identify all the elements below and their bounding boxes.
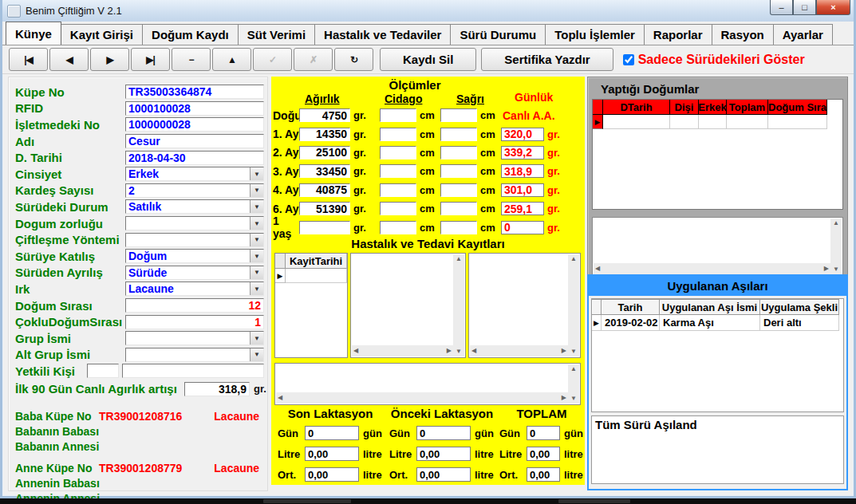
vaccine-name-cell[interactable]: Karma Aşı (660, 315, 760, 331)
column-header[interactable]: Toplam (727, 100, 768, 115)
litres-input[interactable] (416, 447, 471, 461)
chevron-down-icon[interactable]: ▼ (250, 282, 263, 295)
delete-record-button[interactable]: Kaydı Sil (380, 48, 476, 71)
births-memo[interactable]: ▲ ▼ ◀ ▶ (592, 217, 843, 276)
scroll-right-icon[interactable]: ▶ (560, 346, 568, 356)
rfid-input[interactable] (125, 101, 264, 116)
horizontal-scrollbar[interactable]: ◀ ▶ (470, 345, 568, 356)
daily-gain-input[interactable] (501, 146, 544, 159)
weight-input[interactable] (299, 108, 350, 122)
vaccine-method-cell[interactable]: Deri altı (760, 315, 839, 331)
weight-input[interactable] (299, 164, 350, 178)
horizontal-scrollbar[interactable]: ◀ ▶ (352, 345, 453, 356)
vertical-scrollbar[interactable]: ▲ ▼ (830, 219, 842, 274)
rump-input[interactable] (440, 164, 477, 178)
tab-suru-durumu[interactable]: Sürü Durumu (450, 24, 546, 45)
vaccination-grid[interactable]: Tarih Uygulanan Aşı İsmi Uygulama Şekli … (591, 298, 844, 412)
scroll-right-icon[interactable]: ▶ (445, 346, 453, 356)
rump-input[interactable] (440, 183, 477, 197)
scroll-right-icon[interactable]: ▶ (822, 264, 830, 274)
kardes-sayisi-select[interactable]: 2 ▼ (125, 183, 264, 198)
date-column-header[interactable]: KayitTarihi (286, 254, 347, 269)
scroll-up-icon[interactable]: ▲ (569, 254, 578, 264)
cidago-input[interactable] (380, 128, 416, 141)
scroll-left-icon[interactable]: ◀ (470, 346, 478, 356)
vertical-scrollbar[interactable]: ▲ ▼ (453, 254, 464, 356)
dogum-tarihi-input[interactable] (125, 151, 264, 165)
daily-gain-input[interactable] (501, 128, 544, 141)
dogum-sirasi-input[interactable] (125, 298, 264, 313)
litres-input[interactable] (527, 447, 560, 461)
coklu-dogum-sirasi-input[interactable] (125, 315, 264, 329)
scroll-up-icon[interactable]: ▲ (454, 254, 464, 264)
rump-input[interactable] (440, 128, 477, 141)
column-header[interactable]: Erkek (699, 100, 727, 115)
tab-toplu-islemler[interactable]: Toplu İşlemler (545, 24, 645, 45)
rump-input[interactable] (440, 108, 477, 122)
scroll-down-icon[interactable]: ▼ (569, 347, 578, 356)
horizontal-scrollbar[interactable]: ◀ ▶ (276, 392, 568, 404)
scroll-left-icon[interactable]: ◀ (594, 264, 602, 274)
births-grid[interactable]: DTarih Dişi Erkek Toplam Doğum Sıra ▶ (592, 99, 843, 210)
nav-cancel-button[interactable]: ✗ (294, 48, 333, 71)
chevron-down-icon[interactable]: ▼ (250, 250, 263, 262)
tab-hastalik-tedaviler[interactable]: Hastalık ve Tedaviler (314, 24, 451, 45)
close-button[interactable]: × (816, 0, 850, 15)
chevron-down-icon[interactable]: ▼ (250, 167, 263, 180)
yetkili-kisi-code-input[interactable] (87, 364, 119, 378)
days-input[interactable] (527, 426, 560, 440)
alt-grup-ismi-select[interactable]: ▼ (125, 348, 264, 362)
chevron-down-icon[interactable]: ▼ (250, 348, 263, 361)
grid-row[interactable]: ▶ (275, 269, 347, 283)
adi-input[interactable] (125, 134, 264, 148)
litres-input[interactable] (305, 447, 359, 461)
nav-refresh-button[interactable]: ↻ (334, 48, 373, 71)
daily-gain-input[interactable] (501, 183, 544, 197)
ilk90-gun-artis-input[interactable] (184, 382, 250, 396)
column-header[interactable]: DTarih (603, 100, 670, 115)
column-header[interactable]: Uygulama Şekli (760, 299, 839, 315)
cell[interactable] (670, 115, 699, 129)
chevron-down-icon[interactable]: ▼ (250, 217, 263, 230)
scroll-down-icon[interactable]: ▼ (831, 265, 841, 274)
disease-memo[interactable]: ▲ ▼ ◀ ▶ (350, 253, 466, 358)
date-cell[interactable] (286, 269, 347, 283)
cinsiyet-select[interactable]: Erkek ▼ (125, 167, 264, 181)
scroll-down-icon[interactable]: ▼ (569, 394, 578, 404)
grid-row[interactable]: ▶ (593, 115, 842, 129)
cell[interactable] (768, 115, 827, 129)
daily-gain-input[interactable] (501, 221, 544, 234)
vaccination-note[interactable]: Tüm Sürü Aşıland (591, 415, 844, 484)
rump-input[interactable] (440, 221, 477, 234)
vaccine-date-cell[interactable]: 2019-02-02 (602, 315, 660, 331)
cell[interactable] (727, 115, 768, 129)
weight-input[interactable] (299, 221, 350, 234)
treatment-memo[interactable]: ▲ ▼ ◀ ▶ (468, 253, 581, 358)
rump-input[interactable] (440, 146, 477, 159)
cidago-input[interactable] (380, 108, 416, 122)
weight-input[interactable] (299, 128, 350, 141)
scroll-left-icon[interactable]: ◀ (352, 346, 360, 356)
average-input[interactable] (416, 467, 471, 482)
nav-edit-button[interactable]: ▲ (212, 48, 251, 71)
disease-date-grid[interactable]: KayitTarihi ▶ (274, 253, 348, 358)
vertical-scrollbar[interactable]: ▲ ▼ (568, 254, 579, 356)
scroll-down-icon[interactable]: ▼ (454, 347, 464, 356)
yetkili-kisi-input[interactable] (122, 364, 264, 378)
scroll-up-icon[interactable]: ▲ (831, 219, 841, 228)
surudeki-durum-select[interactable]: Satılık ▼ (125, 199, 264, 214)
irk-select[interactable]: Lacaune ▼ (125, 282, 264, 296)
column-header[interactable]: Tarih (602, 299, 660, 315)
chevron-down-icon[interactable]: ▼ (250, 266, 263, 279)
scroll-up-icon[interactable]: ▲ (569, 364, 578, 374)
tab-rasyon[interactable]: Rasyon (712, 24, 774, 45)
maximize-button[interactable]: □ (793, 0, 816, 15)
average-input[interactable] (527, 467, 560, 482)
tab-sut-verimi[interactable]: Süt Verimi (238, 24, 315, 45)
chevron-down-icon[interactable]: ▼ (250, 234, 263, 246)
herd-filter-checkbox[interactable] (623, 54, 634, 65)
column-header[interactable]: Uygulanan Aşı İsmi (660, 299, 760, 315)
scroll-right-icon[interactable]: ▶ (560, 393, 568, 403)
days-input[interactable] (416, 426, 471, 440)
tab-dogum-kaydi[interactable]: Doğum Kaydı (142, 24, 239, 45)
